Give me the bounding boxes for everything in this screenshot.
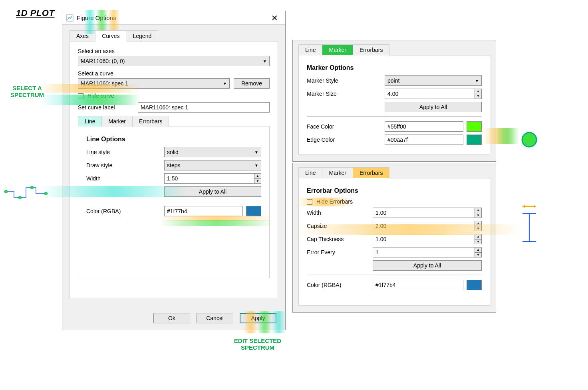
- svg-point-3: [31, 186, 34, 189]
- edge-color-label: Edge Color: [307, 137, 385, 143]
- err-width-spinner[interactable]: 1.00 ▲▼: [373, 208, 482, 218]
- face-color-swatch[interactable]: [467, 121, 482, 132]
- titlebar: Figure Options ✕: [62, 11, 285, 25]
- marker-style-select[interactable]: point▼: [385, 75, 482, 86]
- annotation-edit-selected: EDIT SELECTED SPECTRUM: [224, 337, 292, 351]
- apply-button[interactable]: Apply: [240, 313, 276, 323]
- mtab-line[interactable]: Line: [298, 44, 322, 55]
- line-width-spinner[interactable]: 1.50 ▲▼: [164, 173, 261, 184]
- draw-style-value: steps: [167, 162, 180, 168]
- curves-panel: Select an axes MAR11060: (0, 0)▼ Select …: [70, 41, 278, 298]
- hide-curve-label: Hide curve: [87, 93, 114, 99]
- chevron-down-icon: ▼: [252, 163, 258, 168]
- line-apply-all-button[interactable]: Apply to All: [164, 186, 261, 197]
- draw-style-select[interactable]: steps▼: [164, 160, 261, 170]
- subtab-errorbars[interactable]: Errorbars: [132, 116, 169, 127]
- svg-marker-10: [522, 205, 525, 208]
- marker-section-title: Marker Options: [307, 64, 482, 71]
- line-style-value: solid: [167, 149, 179, 155]
- select-curve-label: Select a curve: [78, 70, 270, 77]
- app-icon: [66, 14, 74, 22]
- line-color-label: Color (RGBA): [86, 208, 164, 214]
- errorbar-section-title: Errorbar Options: [307, 187, 482, 194]
- subtab-marker[interactable]: Marker: [101, 116, 133, 127]
- annotation-select-spectrum: SELECT A SPECTRUM: [3, 85, 51, 99]
- page-title: 1D PLOT: [16, 8, 54, 18]
- hide-curve-checkbox[interactable]: Hide curve: [78, 93, 270, 99]
- line-width-value: 1.50: [167, 175, 178, 182]
- svg-marker-11: [534, 205, 536, 208]
- err-color-swatch[interactable]: [467, 280, 482, 290]
- capthick-spinner[interactable]: 1.00 ▲▼: [373, 234, 482, 244]
- svg-point-4: [45, 192, 48, 195]
- err-every-spinner[interactable]: 1 ▲▼: [373, 247, 482, 257]
- err-every-label: Error Every: [307, 249, 373, 255]
- highlight-overlay: [495, 128, 519, 144]
- spin-buttons[interactable]: ▲▼: [475, 247, 481, 257]
- capsize-value: 2.00: [375, 223, 386, 229]
- set-curve-label-label: Set curve label: [78, 104, 138, 111]
- chevron-down-icon: ▼: [252, 150, 258, 154]
- marker-style-label: Marker Style: [307, 77, 385, 84]
- curve-select-value: MAR11060: spec 1: [81, 80, 128, 87]
- tab-legend[interactable]: Legend: [126, 30, 158, 42]
- mtab-errorbars[interactable]: Errorbars: [353, 44, 389, 55]
- spin-buttons[interactable]: ▲▼: [475, 208, 481, 218]
- chevron-down-icon: ▼: [220, 81, 227, 86]
- marker-panel-dialog: Line Marker Errorbars Marker Options Mar…: [292, 40, 496, 162]
- spin-buttons[interactable]: ▲▼: [475, 221, 481, 231]
- line-color-swatch[interactable]: [246, 206, 261, 216]
- figure-options-dialog: Figure Options ✕ Axes Curves Legend Sele…: [62, 11, 286, 330]
- steps-sketch-icon: [4, 180, 48, 202]
- cancel-button[interactable]: Cancel: [197, 313, 233, 323]
- svg-point-5: [522, 133, 536, 147]
- marker-apply-all-button[interactable]: Apply to All: [385, 102, 482, 112]
- err-every-value: 1: [375, 249, 379, 255]
- select-axes-label: Select an axes: [78, 48, 270, 54]
- subtab-line[interactable]: Line: [78, 116, 102, 127]
- capsize-spinner[interactable]: 2.00 ▲▼: [373, 221, 482, 231]
- mtab-marker[interactable]: Marker: [322, 44, 353, 55]
- tab-axes[interactable]: Axes: [70, 30, 95, 42]
- tab-curves[interactable]: Curves: [95, 30, 126, 42]
- edge-color-swatch[interactable]: [467, 135, 482, 145]
- face-color-label: Face Color: [307, 123, 385, 130]
- line-width-label: Width: [86, 175, 164, 182]
- marker-sketch-icon: [519, 130, 539, 150]
- marker-size-spinner[interactable]: 4.00 ▲▼: [385, 89, 482, 99]
- close-button[interactable]: ✕: [268, 13, 281, 23]
- line-style-select[interactable]: solid▼: [164, 147, 261, 157]
- hide-errorbars-label: Hide Errorbars: [316, 198, 353, 205]
- err-color-label: Color (RGBA): [307, 282, 373, 288]
- spin-buttons[interactable]: ▲▼: [475, 234, 481, 244]
- errorbar-sketch-icon: [519, 202, 539, 245]
- line-style-label: Line style: [86, 149, 164, 155]
- marker-inner-panel: Marker Options Marker Style point▼ Marke…: [298, 55, 490, 155]
- capthick-label: Cap Thickness: [307, 236, 373, 242]
- line-color-input[interactable]: [164, 206, 243, 216]
- etab-marker[interactable]: Marker: [322, 167, 353, 178]
- spin-buttons[interactable]: ▲▼: [254, 174, 261, 183]
- marker-style-value: point: [387, 77, 399, 84]
- curve-label-input[interactable]: [138, 102, 270, 113]
- ok-button[interactable]: Ok: [153, 313, 190, 323]
- face-color-input[interactable]: [385, 121, 463, 132]
- chevron-down-icon: ▼: [473, 79, 479, 83]
- edge-color-input[interactable]: [385, 135, 463, 145]
- err-apply-all-button[interactable]: Apply to All: [373, 260, 482, 271]
- curve-select[interactable]: MAR11060: spec 1▼: [78, 78, 230, 89]
- err-color-input[interactable]: [373, 280, 463, 290]
- svg-point-1: [5, 190, 8, 193]
- etab-errorbars[interactable]: Errorbars: [353, 167, 389, 178]
- capsize-label: Capsize: [307, 223, 373, 229]
- axes-select-value: MAR11060: (0, 0): [81, 58, 125, 64]
- etab-line[interactable]: Line: [298, 167, 322, 178]
- hide-errorbars-checkbox[interactable]: Hide Errorbars: [307, 198, 482, 205]
- spin-buttons[interactable]: ▲▼: [475, 89, 481, 99]
- marker-size-label: Marker Size: [307, 91, 385, 97]
- errorbar-inner-panel: Errorbar Options Hide Errorbars Width 1.…: [298, 178, 490, 306]
- err-width-value: 1.00: [375, 210, 386, 216]
- axes-select[interactable]: MAR11060: (0, 0)▼: [78, 56, 270, 66]
- errorbar-panel-dialog: Line Marker Errorbars Errorbar Options H…: [292, 163, 496, 313]
- remove-button[interactable]: Remove: [234, 78, 270, 89]
